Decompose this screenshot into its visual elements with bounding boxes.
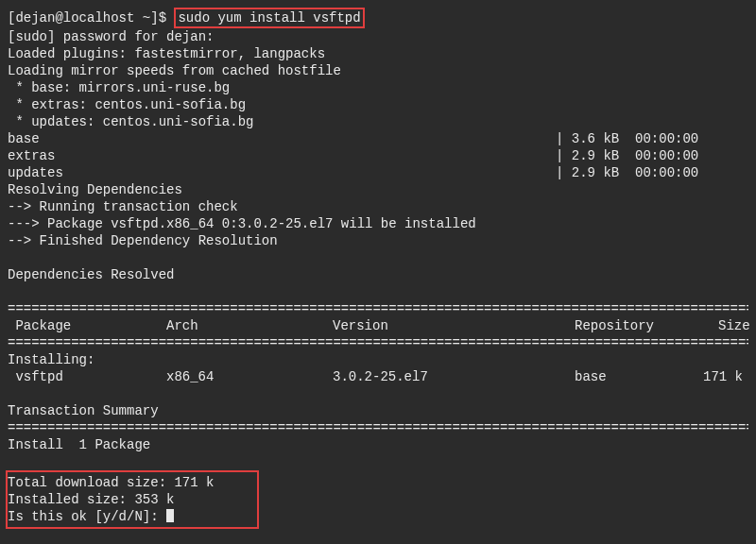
table-header: PackageArchVersionRepositorySize [8, 317, 748, 334]
txn-summary-label: Transaction Summary [8, 402, 748, 419]
confirm-highlight: Total download size: 171 k Installed siz… [6, 470, 259, 529]
cursor-icon [166, 509, 174, 522]
dep-line-2: ---> Package vsftpd.x86_64 0:3.0.2-25.el… [8, 215, 748, 232]
download-size-line: Total download size: 171 k [8, 474, 253, 491]
pkg-arch: x86_64 [166, 368, 333, 385]
repo-time: 00:00:00 [635, 148, 698, 163]
col-size: Size [718, 318, 750, 333]
pkg-version: 3.0.2-25.el7 [333, 368, 575, 385]
blank-line [8, 249, 748, 266]
repo-row-updates: updates| 2.9 kB 00:00:00 [8, 164, 748, 181]
col-version: Version [333, 317, 575, 334]
command-text: sudo yum install vsftpd [178, 10, 360, 26]
pkg-size: 171 k [703, 369, 743, 384]
blank-line [8, 453, 748, 470]
repo-row-base: base| 3.6 kB 00:00:00 [8, 130, 748, 147]
shell-prompt: [dejan@localhost ~]$ [8, 10, 174, 26]
resolving-line: Resolving Dependencies [8, 181, 748, 198]
plugins-line: Loaded plugins: fastestmirror, langpacks [8, 45, 748, 62]
repo-time: 00:00:00 [635, 165, 698, 180]
pkg-name: vsftpd [8, 368, 166, 385]
repo-time: 00:00:00 [635, 131, 698, 146]
blank-line [8, 385, 748, 402]
dep-line-3: --> Finished Dependency Resolution [8, 232, 748, 249]
loading-mirrors-line: Loading mirror speeds from cached hostfi… [8, 62, 748, 79]
repo-size: 2.9 kB [572, 165, 619, 180]
divider-top: ========================================… [8, 300, 748, 317]
confirm-text: Is this ok [y/d/N]: [8, 509, 166, 524]
prompt-line: [dejan@localhost ~]$ sudo yum install vs… [8, 8, 748, 28]
package-row: vsftpdx86_643.0.2-25.el7base171 k [8, 368, 748, 385]
repo-name: updates [8, 164, 556, 181]
divider-bottom: ========================================… [8, 419, 748, 436]
install-count-line: Install 1 Package [8, 436, 748, 453]
confirm-prompt-line[interactable]: Is this ok [y/d/N]: [8, 508, 253, 525]
repo-size: 3.6 kB [572, 131, 619, 146]
pkg-repo: base [575, 368, 703, 385]
repo-row-extras: extras| 2.9 kB 00:00:00 [8, 147, 748, 164]
mirror-extras: * extras: centos.uni-sofia.bg [8, 96, 748, 113]
repo-size: 2.9 kB [572, 148, 619, 163]
divider-mid: ========================================… [8, 334, 748, 351]
command-highlight: sudo yum install vsftpd [174, 8, 364, 28]
col-repo: Repository [575, 317, 718, 334]
dep-line-1: --> Running transaction check [8, 198, 748, 215]
mirror-updates: * updates: centos.uni-sofia.bg [8, 113, 748, 130]
repo-name: base [8, 130, 556, 147]
col-package: Package [8, 317, 166, 334]
repo-name: extras [8, 147, 556, 164]
installed-size-line: Installed size: 353 k [8, 491, 253, 508]
blank-line [8, 283, 748, 300]
sudo-password-line: [sudo] password for dejan: [8, 28, 748, 45]
mirror-base: * base: mirrors.uni-ruse.bg [8, 79, 748, 96]
deps-resolved-line: Dependencies Resolved [8, 266, 748, 283]
installing-label: Installing: [8, 351, 748, 368]
col-arch: Arch [166, 317, 333, 334]
